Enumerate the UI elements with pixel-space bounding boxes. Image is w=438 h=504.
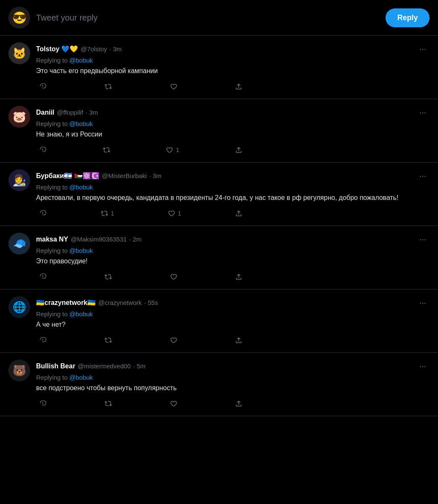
like-action-button[interactable] <box>167 81 181 92</box>
replying-to-handle[interactable]: @bobuk <box>69 57 93 64</box>
tweet-avatar: 🌐 <box>8 296 30 318</box>
like-icon <box>170 400 177 407</box>
tweet-handle: @crazynetwork <box>98 299 142 306</box>
share-action-button[interactable] <box>232 81 246 92</box>
like-icon <box>168 210 175 217</box>
tweet-card-4: 🧢 maksa NY @Maksim90363531 · 2m ··· Repl… <box>0 226 438 289</box>
like-icon <box>170 336 177 344</box>
retweet-action-button[interactable]: 1 <box>97 208 117 219</box>
tweet-actions: 1 <box>36 144 246 155</box>
reply-button[interactable]: Reply <box>386 8 430 27</box>
retweet-icon <box>103 146 110 154</box>
tweet-header: 🇺🇦crazynetwork🇺🇦 @crazynetwork · 55s ··· <box>36 296 430 309</box>
share-action-button[interactable] <box>232 144 246 155</box>
avatar-emoji: 🐱 <box>13 47 26 60</box>
tweet-list: 🐱 Tolstoy 💙💛 @7olstoy · 3m ··· Replying … <box>0 36 438 416</box>
like-count: 1 <box>176 147 179 153</box>
retweet-icon <box>104 336 112 344</box>
tweet-header: Daniil @ffoppilif · 3m ··· <box>36 106 430 119</box>
reply-icon <box>39 273 47 281</box>
tweet-body: 🇺🇦crazynetwork🇺🇦 @crazynetwork · 55s ···… <box>36 296 430 346</box>
retweet-action-button[interactable] <box>101 335 115 346</box>
tweet-handle: @mistermedved00 <box>78 362 130 370</box>
replying-to-label: Replying to @bobuk <box>36 247 430 254</box>
tweet-header-left: Bullish Bear @mistermedved00 · 5m <box>36 362 146 370</box>
avatar-emoji: 🌐 <box>13 301 26 314</box>
retweet-action-button[interactable] <box>101 398 115 409</box>
like-icon <box>170 273 177 281</box>
reply-action-button[interactable] <box>36 335 50 346</box>
tweet-text: А че нет? <box>36 320 430 330</box>
avatar-emoji: 🧢 <box>13 237 26 250</box>
replying-to-label: Replying to @bobuk <box>36 374 430 381</box>
display-name: Daniil <box>36 109 55 116</box>
tweet-handle: @Maksim90363531 <box>71 236 127 243</box>
tweet-text: Это правосудие! <box>36 256 430 266</box>
tweet-avatar: 🧢 <box>8 233 30 255</box>
reply-action-button[interactable] <box>36 398 50 409</box>
replying-to-handle[interactable]: @bobuk <box>69 247 93 254</box>
reply-action-button[interactable] <box>36 271 50 282</box>
more-options-button[interactable]: ··· <box>416 42 430 55</box>
tweet-time: · 2m <box>129 236 141 243</box>
reply-action-button[interactable] <box>36 81 50 92</box>
retweet-action-button[interactable] <box>101 81 115 92</box>
reply-action-button[interactable] <box>36 208 50 219</box>
tweet-header-left: Бурбаки🇮🇱 🇯🇴☸️☪️ @MisterBurbaki · 3m <box>36 172 162 180</box>
current-user-avatar-emoji: 😎 <box>12 11 27 25</box>
share-icon <box>235 400 242 407</box>
tweet-time: · 3m <box>110 45 122 52</box>
retweet-action-button[interactable] <box>99 144 114 155</box>
avatar-emoji: 🐷 <box>13 110 26 123</box>
tweet-time: · 3m <box>149 172 162 179</box>
tweet-actions: 1 1 <box>36 208 246 219</box>
tweet-header: Bullish Bear @mistermedved00 · 5m ··· <box>36 360 430 373</box>
like-action-button[interactable]: 1 <box>162 144 182 155</box>
tweet-actions <box>36 398 246 409</box>
tweet-header: Tolstoy 💙💛 @7olstoy · 3m ··· <box>36 42 430 55</box>
tweet-header-left: 🇺🇦crazynetwork🇺🇦 @crazynetwork · 55s <box>36 299 158 307</box>
display-name: Tolstoy 💙💛 <box>36 45 78 53</box>
tweet-header-left: maksa NY @Maksim90363531 · 2m <box>36 236 141 243</box>
tweet-avatar: 🐷 <box>8 106 30 128</box>
tweet-handle: @MisterBurbaki <box>102 172 147 179</box>
share-action-button[interactable] <box>232 208 246 219</box>
display-name: maksa NY <box>36 236 68 243</box>
like-action-button[interactable] <box>167 335 181 346</box>
more-options-button[interactable]: ··· <box>416 106 430 119</box>
reply-input[interactable]: Tweet your reply <box>36 13 380 23</box>
more-options-button[interactable]: ··· <box>416 233 430 246</box>
like-action-button[interactable] <box>167 398 181 409</box>
more-options-button[interactable]: ··· <box>416 360 430 373</box>
tweet-body: Daniil @ffoppilif · 3m ··· Replying to @… <box>36 106 430 155</box>
share-icon <box>235 273 242 281</box>
tweet-time: · 3m <box>86 109 98 116</box>
share-icon <box>235 210 242 217</box>
tweet-text: все подстроено чтобы вернуть популярност… <box>36 383 430 393</box>
tweet-text: Это часть его предвыборной кампании <box>36 66 430 76</box>
display-name: Бурбаки🇮🇱 🇯🇴☸️☪️ <box>36 172 99 180</box>
reply-action-button[interactable] <box>36 144 50 155</box>
replying-to-handle[interactable]: @bobuk <box>69 120 93 127</box>
tweet-body: maksa NY @Maksim90363531 · 2m ··· Replyi… <box>36 233 430 282</box>
tweet-header: maksa NY @Maksim90363531 · 2m ··· <box>36 233 430 246</box>
tweet-card-3: 👩‍🎨 Бурбаки🇮🇱 🇯🇴☸️☪️ @MisterBurbaki · 3m… <box>0 163 438 226</box>
replying-to-label: Replying to @bobuk <box>36 184 430 191</box>
replying-to-handle[interactable]: @bobuk <box>69 374 93 381</box>
display-name: Bullish Bear <box>36 362 75 370</box>
more-options-button[interactable]: ··· <box>416 169 430 182</box>
tweet-avatar: 🐻 <box>8 360 30 381</box>
replying-to-handle[interactable]: @bobuk <box>69 310 93 318</box>
share-action-button[interactable] <box>232 398 246 409</box>
replying-to-handle[interactable]: @bobuk <box>69 184 93 191</box>
more-options-button[interactable]: ··· <box>416 296 430 309</box>
like-count: 1 <box>178 210 181 217</box>
tweet-body: Tolstoy 💙💛 @7olstoy · 3m ··· Replying to… <box>36 42 430 92</box>
like-action-button[interactable] <box>167 271 181 282</box>
like-action-button[interactable]: 1 <box>164 208 185 219</box>
current-user-avatar: 😎 <box>8 7 30 29</box>
share-action-button[interactable] <box>232 271 246 282</box>
tweet-header-left: Daniil @ffoppilif · 3m <box>36 109 98 116</box>
share-action-button[interactable] <box>232 335 246 346</box>
retweet-action-button[interactable] <box>101 271 115 282</box>
